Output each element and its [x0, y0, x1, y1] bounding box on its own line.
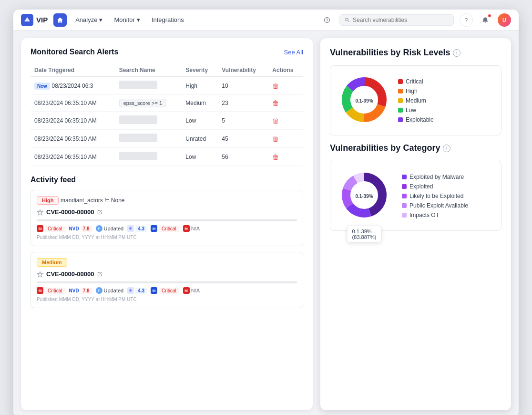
meta-m2: M N/A	[183, 225, 200, 232]
search-blur	[119, 152, 157, 160]
home-button[interactable]	[53, 13, 67, 27]
col-severity: Severity	[182, 64, 218, 77]
col-search: Search Name	[115, 64, 182, 77]
risk-donut-label: 0.1-39%	[355, 98, 373, 103]
col-vuln: Vulnerability	[218, 64, 268, 77]
cve-id: CVE-0000-00000	[46, 270, 94, 278]
new-badge: New	[34, 83, 50, 90]
search-tag: epss_score >= 1	[119, 99, 166, 107]
search-bar[interactable]	[339, 14, 454, 26]
star-icon[interactable]	[37, 209, 43, 216]
brand-name: VIP	[36, 16, 48, 24]
table-row: New08/23/2024 06:3 High 10 🗑	[31, 77, 303, 95]
table-row: 08/23/2024 06:35:10 AM Unrated 45 🗑	[31, 130, 303, 148]
table-row: 08/23/2024 06:35:10 AM Low 5 🗑	[31, 112, 303, 130]
user-avatar[interactable]: U	[498, 13, 511, 27]
category-tooltip: 0.1-39% (83.887%)	[347, 226, 382, 243]
search-blur	[119, 115, 157, 124]
legend-public-exploit: Public Exploit Available	[402, 202, 468, 209]
severity-tag-high: High	[37, 196, 59, 205]
category-panel-title: Vulnerabilities by Category i	[330, 143, 501, 153]
search-blur	[119, 134, 157, 142]
svg-line-2	[348, 21, 349, 22]
delete-button[interactable]: 🗑	[272, 135, 279, 143]
svg-marker-0	[24, 17, 30, 21]
svg-point-1	[346, 18, 348, 21]
published-date-2: Published MMM DD, YYYY at HH:MM PM UTC	[37, 297, 297, 302]
activity-title: Activity feed	[31, 176, 303, 184]
help-button[interactable]: ?	[460, 13, 473, 27]
cve-progress-bar	[37, 219, 297, 221]
nav-monitor[interactable]: Monitor ▾	[111, 14, 143, 25]
notification-button[interactable]	[479, 13, 492, 27]
brand-logo: VIP	[21, 14, 48, 26]
category-donut: 0.1-39% 0.1-39% (83.887%)	[338, 169, 390, 223]
alerts-header: Monitored Search Alerts See All	[31, 48, 303, 56]
category-legend: Exploited by Malware Exploited Likely to…	[402, 174, 468, 218]
meta-nvd-2: NVD 7.8	[69, 288, 92, 294]
severity-tag-medium: Medium	[37, 258, 67, 267]
cve-progress-bar-2	[37, 281, 297, 283]
legend-high: High	[398, 88, 434, 94]
risk-legend: Critical High Medium Low	[398, 78, 434, 123]
category-chart-container: 0.1-39% 0.1-39% (83.887%) Exploited by M…	[330, 161, 501, 231]
delete-button[interactable]: 🗑	[272, 117, 279, 124]
risk-info-icon[interactable]: i	[453, 49, 460, 57]
meta-mandiant-2: M Critical	[37, 287, 65, 294]
legend-medium: Medium	[398, 97, 434, 104]
star-icon[interactable]	[37, 271, 43, 278]
nav-analyze[interactable]: Analyze ▾	[72, 14, 105, 25]
external-link-icon[interactable]	[97, 209, 102, 215]
legend-impacts-ot: Impacts OT	[402, 212, 468, 218]
meta-mandiant: M Critical	[37, 225, 65, 232]
legend-likely: Likely to be Exploited	[402, 193, 468, 199]
svg-marker-3	[37, 209, 42, 215]
meta-updated-2: F Updated	[96, 287, 124, 294]
col-date: Date Triggered	[31, 64, 115, 77]
logo-icon	[21, 14, 33, 26]
nav-integrations[interactable]: Integrations	[149, 14, 187, 25]
category-info-icon[interactable]: i	[443, 145, 450, 152]
history-button[interactable]	[320, 13, 334, 27]
category-donut-label: 0.1-39%	[355, 193, 373, 198]
meta-row-2: M Critical NVD 7.8 F Updated ❄ 4.3	[37, 287, 297, 294]
published-date: Published MMM DD, YYYY at HH:MM PM UTC	[37, 235, 297, 240]
search-blur	[119, 81, 157, 89]
right-panel: Vulnerabilities by Risk Levels i	[320, 38, 511, 410]
table-row: 08/23/2024 06:35:10 AM epss_score >= 1 M…	[31, 95, 303, 112]
table-row: 08/23/2024 06:35:10 AM Low 56 🗑	[31, 148, 303, 166]
col-actions: Actions	[268, 64, 303, 77]
activity-item-2: Medium CVE-0000-00000 M Critical NVD 7.8	[31, 252, 303, 308]
cve-id: CVE-0000-00000	[46, 208, 94, 216]
activity-filter: mandiant_actors != None	[61, 197, 124, 204]
delete-button[interactable]: 🗑	[272, 99, 279, 107]
risk-donut: 0.1-39%	[338, 73, 390, 127]
delete-button[interactable]: 🗑	[272, 153, 279, 161]
search-input[interactable]	[353, 17, 449, 23]
meta-nvd: NVD 7.8	[69, 226, 92, 232]
legend-exploitable: Exploitable	[398, 116, 434, 123]
svg-marker-4	[37, 271, 42, 277]
screen: VIP Analyze ▾ Monitor ▾ Integrations ?	[13, 10, 519, 415]
meta-mitre: M Critical	[151, 225, 179, 232]
legend-malware: Exploited by Malware	[402, 174, 468, 180]
main-content: Monitored Search Alerts See All Date Tri…	[13, 31, 519, 415]
risk-panel-title: Vulnerabilities by Risk Levels i	[330, 48, 501, 58]
meta-mitre-2: M Critical	[151, 287, 179, 294]
meta-snowflake: ❄ 4.3	[127, 225, 147, 232]
meta-row: M Critical NVD 7.8 F Updated ❄ 4.3	[37, 225, 297, 232]
delete-button[interactable]: 🗑	[272, 82, 279, 90]
external-link-icon[interactable]	[97, 271, 102, 277]
legend-exploited: Exploited	[402, 183, 468, 190]
legend-low: Low	[398, 107, 434, 114]
activity-item-1: High mandiant_actors != None CVE-0000-00…	[31, 190, 303, 246]
see-all-link[interactable]: See All	[284, 49, 303, 56]
alerts-table: Date Triggered Search Name Severity Vuln…	[31, 64, 303, 166]
alerts-table-wrapper: Date Triggered Search Name Severity Vuln…	[31, 64, 303, 166]
left-panel: Monitored Search Alerts See All Date Tri…	[21, 38, 313, 410]
alerts-title: Monitored Search Alerts	[31, 48, 118, 56]
tooltip-line2: (83.887%)	[352, 234, 377, 240]
meta-updated: F Updated	[96, 225, 124, 232]
legend-critical: Critical	[398, 78, 434, 85]
navbar: VIP Analyze ▾ Monitor ▾ Integrations ?	[13, 10, 519, 31]
